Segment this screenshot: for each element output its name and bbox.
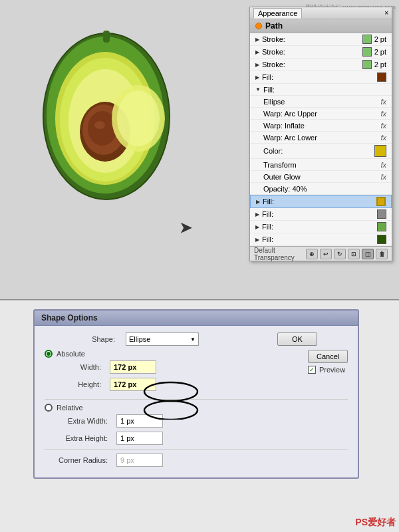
panel-path-label: Path bbox=[265, 21, 283, 31]
absolute-label: Absolute bbox=[57, 350, 85, 358]
transform-row[interactable]: Transform fx bbox=[250, 159, 392, 171]
extra-width-input[interactable] bbox=[116, 414, 163, 428]
footer-btn-5[interactable]: ◫ bbox=[362, 249, 374, 259]
dropdown-arrow: ▼ bbox=[190, 336, 196, 342]
stroke-label-3: Stroke: bbox=[262, 61, 360, 68]
warp-arc-upper-fx[interactable]: fx bbox=[380, 110, 386, 118]
absolute-sub-form: Width: Height: bbox=[58, 360, 308, 391]
panel-tab-appearance[interactable]: Appearance bbox=[253, 8, 302, 19]
preview-row: ✓ Preview bbox=[308, 366, 348, 374]
footer-transparency-label: Default Transparency bbox=[254, 247, 306, 261]
fill-swatch-1[interactable] bbox=[377, 72, 386, 82]
divider bbox=[0, 299, 399, 301]
fill-swatch-3[interactable] bbox=[377, 222, 386, 231]
fill-highlighted-arrow: ▶ bbox=[256, 199, 260, 205]
ellipse-row[interactable]: Ellipse fx bbox=[250, 96, 392, 108]
extra-width-row: Extra Width: bbox=[58, 414, 348, 428]
divider-2 bbox=[45, 449, 348, 450]
svg-point-8 bbox=[94, 121, 105, 129]
fill-swatch-2[interactable] bbox=[377, 209, 386, 219]
footer-btn-1[interactable]: ⊕ bbox=[306, 249, 318, 259]
fill-highlighted-swatch[interactable] bbox=[376, 197, 386, 206]
stroke-swatch-1[interactable] bbox=[362, 35, 372, 44]
outer-glow-row[interactable]: Outer Glow fx bbox=[250, 171, 392, 183]
fill-row-2[interactable]: ▶ Fill: bbox=[250, 208, 392, 221]
extra-height-input[interactable] bbox=[116, 432, 163, 445]
expand-arrow: ▶ bbox=[255, 37, 259, 43]
relative-radio-row: Relative bbox=[45, 404, 348, 412]
corner-radius-row: Corner Radius: bbox=[45, 454, 348, 467]
stroke-row-3[interactable]: ▶ Stroke: 2 pt bbox=[250, 59, 392, 71]
path-indicator-dot bbox=[255, 23, 262, 29]
shape-row: Shape: Ellipse ▼ OK bbox=[45, 332, 348, 346]
footer-btn-6[interactable]: 🗑 bbox=[376, 249, 388, 259]
extra-width-field-label: Extra Width: bbox=[58, 417, 111, 425]
warp-arc-lower-row[interactable]: Warp: Arc Lower fx bbox=[250, 132, 392, 144]
absolute-section: Absolute Width: Height: Cancel ✓ bbox=[45, 350, 348, 395]
ok-button[interactable]: OK bbox=[277, 332, 317, 346]
shape-options-title: Shape Options bbox=[35, 311, 358, 326]
fill-row-4[interactable]: ▶ Fill: bbox=[250, 233, 392, 246]
shape-select[interactable]: Ellipse ▼ bbox=[126, 332, 199, 346]
relative-radio[interactable] bbox=[45, 404, 53, 412]
absolute-radio-row: Absolute bbox=[45, 350, 308, 358]
fill-expanded-row[interactable]: ▼ Fill: bbox=[250, 84, 392, 96]
footer-icons: ⊕ ↩ ↻ ⊡ ◫ 🗑 bbox=[306, 249, 388, 259]
appearance-panel: Appearance × Path ▶ Stroke: 2 pt ▶ Strok… bbox=[249, 7, 392, 261]
color-swatch[interactable] bbox=[374, 145, 386, 157]
fill-highlighted-row[interactable]: ▶ Fill: bbox=[250, 195, 392, 208]
fill-row-1[interactable]: ▶ Fill: bbox=[250, 71, 392, 84]
panel-titlebar: Appearance × bbox=[250, 7, 392, 19]
corner-radius-input[interactable] bbox=[116, 454, 163, 467]
outer-glow-fx[interactable]: fx bbox=[380, 173, 386, 181]
canvas-area: 思缘设计论坛 www.missyuan.com ➤ Appearance × bbox=[0, 0, 399, 299]
height-input[interactable] bbox=[110, 378, 156, 391]
absolute-radio[interactable] bbox=[45, 350, 53, 358]
panel-close-button[interactable]: × bbox=[384, 9, 388, 17]
transform-fx[interactable]: fx bbox=[380, 161, 386, 169]
corner-radius-field-label: Corner Radius: bbox=[45, 456, 111, 464]
stroke-swatch-2[interactable] bbox=[362, 47, 372, 57]
shape-select-value: Ellipse bbox=[129, 335, 150, 343]
relative-sub-form: Extra Width: Extra Height: bbox=[58, 414, 348, 445]
ellipse-fx[interactable]: fx bbox=[380, 98, 386, 106]
cancel-button[interactable]: Cancel bbox=[308, 350, 348, 363]
extra-height-row: Extra Height: bbox=[58, 432, 348, 445]
width-field-label: Width: bbox=[58, 363, 104, 371]
fill-swatch-4[interactable] bbox=[377, 235, 386, 244]
svg-rect-12 bbox=[103, 31, 110, 43]
width-input[interactable] bbox=[110, 360, 156, 374]
fill-row-3[interactable]: ▶ Fill: bbox=[250, 221, 392, 233]
shape-options-panel: Shape Options Shape: Ellipse ▼ OK Absolu… bbox=[33, 309, 359, 479]
warp-inflate-fx[interactable]: fx bbox=[380, 122, 386, 130]
watermark-bottom: PS爱好者 bbox=[355, 517, 396, 529]
panel-content: ▶ Stroke: 2 pt ▶ Stroke: 2 pt ▶ Stroke: … bbox=[250, 33, 392, 246]
fill-highlighted-label: Fill: bbox=[263, 198, 374, 205]
footer-btn-4[interactable]: ⊡ bbox=[348, 249, 360, 259]
warp-inflate-row[interactable]: Warp: Inflate fx bbox=[250, 120, 392, 132]
opacity-label: Opacity: 40% bbox=[263, 185, 386, 193]
fill-label-1: Fill: bbox=[262, 73, 374, 81]
fill-expand-label: Fill: bbox=[263, 86, 386, 94]
relative-section: Relative Extra Width: Extra Height: bbox=[45, 404, 348, 445]
transform-label: Transform bbox=[263, 161, 378, 169]
expand-arrow-3: ▶ bbox=[255, 62, 259, 68]
stroke-row-2[interactable]: ▶ Stroke: 2 pt bbox=[250, 46, 392, 59]
expand-arrow-4: ▶ bbox=[255, 74, 259, 80]
stroke-value-2: 2 pt bbox=[374, 48, 386, 56]
divider-1 bbox=[45, 399, 348, 400]
expand-arrow-2: ▶ bbox=[255, 49, 259, 55]
stroke-swatch-3[interactable] bbox=[362, 60, 372, 69]
footer-btn-2[interactable]: ↩ bbox=[320, 249, 332, 259]
arrow-indicator: ➤ bbox=[180, 219, 192, 237]
opacity-row[interactable]: Opacity: 40% bbox=[250, 183, 392, 195]
warp-arc-upper-row[interactable]: Warp: Arc Upper fx bbox=[250, 108, 392, 120]
warp-arc-lower-fx[interactable]: fx bbox=[380, 134, 386, 142]
color-row[interactable]: Color: bbox=[250, 144, 392, 159]
footer-btn-3[interactable]: ↻ bbox=[334, 249, 346, 259]
stroke-row-1[interactable]: ▶ Stroke: 2 pt bbox=[250, 33, 392, 46]
preview-checkbox[interactable]: ✓ bbox=[308, 366, 316, 374]
extra-height-field-label: Extra Height: bbox=[58, 434, 111, 442]
ellipse-label: Ellipse bbox=[263, 98, 378, 106]
fill-label-4: Fill: bbox=[262, 235, 374, 243]
